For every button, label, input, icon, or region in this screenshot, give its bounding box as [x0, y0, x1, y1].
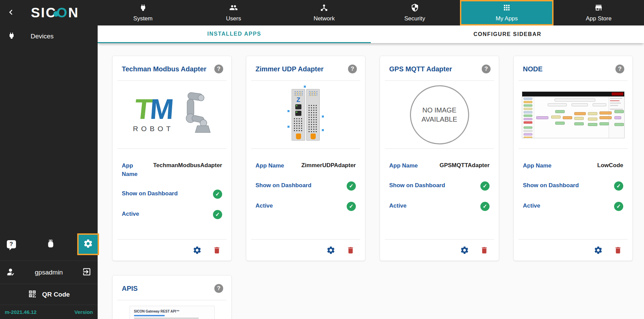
delete-app-button[interactable]: [480, 246, 489, 254]
active-label: Active: [389, 202, 407, 210]
dashboard-row: Show on Dashboard ✓: [389, 181, 490, 191]
gear-icon: [83, 238, 93, 250]
dashboard-label: Show on Dashboard: [523, 181, 579, 190]
check-icon[interactable]: ✓: [213, 210, 222, 219]
help-icon[interactable]: ?: [615, 65, 624, 73]
account-row: gpsadmin: [0, 261, 98, 284]
app-name-value: GPSMQTTAdapter: [440, 162, 490, 169]
nav-item-system[interactable]: System: [98, 0, 188, 25]
gear-icon: [460, 246, 469, 255]
network-hub-icon: [320, 3, 328, 14]
app-name-label: App Name: [122, 162, 144, 178]
app-name-label: App Name: [389, 162, 418, 170]
nav-item-users[interactable]: Users: [188, 0, 279, 25]
card-actions: [246, 240, 365, 261]
app-card-node: NODE ?: [513, 56, 633, 261]
nav-label: System: [133, 15, 153, 22]
logout-icon: [82, 272, 92, 278]
tab-installed-apps[interactable]: INSTALLED APPS: [98, 25, 371, 43]
dashboard-label: Show on Dashboard: [389, 181, 445, 190]
check-icon[interactable]: ✓: [480, 181, 490, 191]
card-body: App Name TechmanModbusAdapter Show on Da…: [113, 149, 231, 239]
qr-code-button[interactable]: QR Code: [0, 284, 98, 305]
sidebar-collapse-button[interactable]: [3, 5, 18, 20]
settings-button[interactable]: [77, 233, 99, 255]
app-root: SICON Devices ?: [0, 0, 644, 319]
version-value: m-2021.46.12: [5, 309, 36, 315]
logout-button[interactable]: [82, 267, 92, 278]
nav-item-network[interactable]: Network: [279, 0, 369, 25]
dashboard-row: Show on Dashboard ✓: [255, 181, 356, 191]
qr-code-icon: [28, 289, 37, 300]
card-image-zimmer: Z: [246, 81, 365, 148]
sidebar: SICON Devices ?: [0, 0, 98, 319]
trash-icon: [614, 246, 622, 254]
card-header: Techman Modbus Adapter ?: [113, 56, 231, 81]
tm-robot-logo: TM ROBOT: [133, 96, 174, 133]
gear-icon: [326, 246, 335, 255]
check-icon[interactable]: ✓: [347, 202, 356, 211]
nav-item-app-store[interactable]: App Store: [554, 0, 644, 25]
trash-icon: [480, 246, 489, 254]
zimmer-io-module-image: Z: [292, 89, 320, 141]
check-icon[interactable]: ✓: [347, 181, 356, 191]
active-row: Active ✓: [255, 202, 356, 211]
help-icon[interactable]: ?: [214, 284, 223, 293]
nav-label: App Store: [586, 15, 612, 22]
configure-app-button[interactable]: [460, 246, 469, 255]
dashboard-row: Show on Dashboard ✓: [122, 190, 222, 199]
app-name-row: App Name ZimmerUDPAdapter: [255, 162, 356, 170]
nav-label: Network: [314, 15, 335, 22]
help-icon[interactable]: ?: [482, 65, 491, 73]
card-body: App Name LowCode Show on Dashboard ✓ Act…: [514, 149, 632, 239]
check-icon[interactable]: ✓: [614, 202, 623, 211]
help-icon[interactable]: ?: [348, 65, 357, 73]
check-icon[interactable]: ✓: [213, 190, 222, 199]
configure-app-button[interactable]: [326, 246, 335, 255]
app-card-apis: APIS ? SICON Gateway REST API™: [112, 275, 232, 319]
rest-api-doc-preview: SICON Gateway REST API™: [130, 306, 215, 319]
help-button[interactable]: ?: [5, 238, 17, 250]
person-check-icon: [6, 267, 16, 278]
trash-icon: [213, 246, 221, 254]
sidebar-item-label: Devices: [31, 33, 54, 40]
gear-icon: [594, 246, 603, 255]
app-name-value: ZimmerUDPAdapter: [301, 162, 356, 169]
app-name-label: App Name: [255, 162, 284, 170]
nav-item-my-apps[interactable]: My Apps: [460, 0, 553, 25]
trash-icon: [346, 246, 355, 254]
tab-bar: INSTALLED APPS CONFIGURE SIDEBAR: [98, 25, 644, 43]
sidebar-header: SICON: [0, 0, 98, 25]
card-header: GPS MQTT Adapter ?: [380, 56, 499, 81]
delete-app-button[interactable]: [346, 246, 355, 254]
nav-item-security[interactable]: Security: [369, 0, 460, 25]
active-row: Active ✓: [389, 202, 490, 211]
active-label: Active: [255, 202, 273, 210]
card-body: App Name ZimmerUDPAdapter Show on Dashbo…: [246, 149, 365, 239]
configure-app-button[interactable]: [594, 246, 603, 255]
tab-configure-sidebar[interactable]: CONFIGURE SIDEBAR: [371, 25, 644, 43]
sidebar-item-devices[interactable]: Devices: [0, 25, 98, 47]
plug-icon: [7, 32, 31, 41]
help-icon[interactable]: ?: [214, 65, 223, 73]
app-card-gps-mqtt: GPS MQTT Adapter ? NO IMAGE AVAILABLE Ap…: [380, 56, 499, 261]
delete-app-button[interactable]: [614, 246, 622, 254]
card-header: NODE ?: [514, 56, 632, 81]
version-row: m-2021.46.12 Version: [0, 305, 98, 319]
sicon-logo: SICON: [18, 5, 92, 20]
card-actions: [113, 240, 231, 261]
gear-icon: [193, 246, 202, 255]
check-icon[interactable]: ✓: [614, 181, 623, 191]
app-name-label: App Name: [523, 162, 551, 170]
app-name-row: App Name TechmanModbusAdapter: [122, 162, 222, 178]
configure-app-button[interactable]: [193, 246, 202, 255]
card-image-placeholder: NO IMAGE AVAILABLE: [380, 81, 499, 148]
dashboard-label: Show on Dashboard: [122, 190, 178, 198]
check-icon[interactable]: ✓: [480, 202, 490, 211]
app-card-techman: Techman Modbus Adapter ? TM ROBOT: [112, 56, 232, 261]
card-title: Techman Modbus Adapter: [122, 65, 207, 73]
version-label: Version: [75, 309, 93, 315]
usb-device-button[interactable]: [45, 238, 56, 250]
delete-app-button[interactable]: [213, 246, 221, 254]
nav-label: My Apps: [496, 15, 518, 22]
